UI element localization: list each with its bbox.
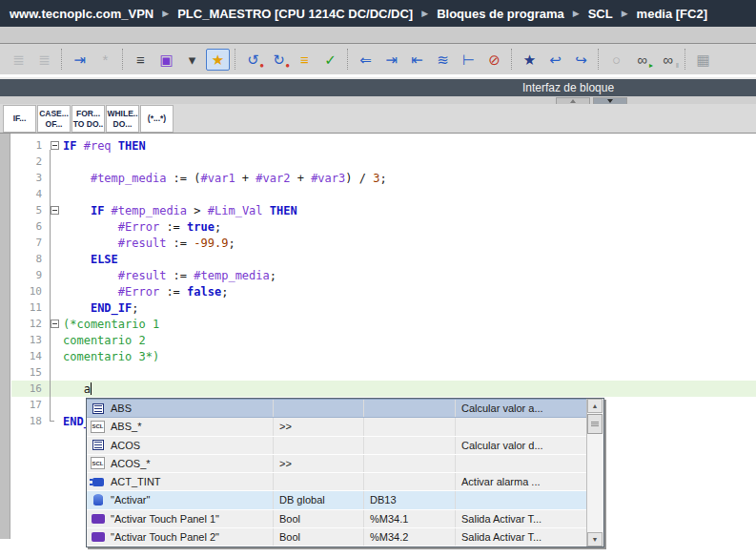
editor-margin: [0, 134, 10, 539]
autocomplete-row[interactable]: ABSCalcular valor a...: [87, 399, 586, 418]
scl-icon: SCL: [91, 421, 105, 433]
ac-entry-name: ACOS_*: [111, 458, 151, 469]
previous-bookmark-icon[interactable]: ↩: [543, 49, 567, 71]
code-line[interactable]: 16 a: [11, 381, 756, 397]
output-tag-icon: [91, 512, 105, 525]
show-marks-icon[interactable]: ⊢: [457, 49, 480, 71]
code-line[interactable]: 14comentario 3*): [11, 348, 756, 364]
network-list-icon[interactable]: ≡: [129, 49, 153, 71]
format-code-icon[interactable]: ≋: [431, 49, 455, 71]
code-line[interactable]: 4: [11, 186, 756, 202]
ac-entry-address: [364, 455, 456, 472]
favorites-icon[interactable]: ★: [206, 49, 230, 71]
line-number: 17: [11, 399, 46, 411]
indent-icon[interactable]: ⇥: [379, 49, 403, 71]
line-number: 1: [11, 139, 46, 152]
code-line[interactable]: 3 #temp_media := (#var1 + #var2 + #var3)…: [11, 170, 756, 186]
toolbar-separator: [511, 49, 513, 70]
tia-portal-scl-editor-window: www.tecnoplc.com_VPN▶PLC_MAESTRO [CPU 12…: [0, 0, 756, 557]
breadcrumb-item[interactable]: SCL: [588, 7, 613, 21]
code-line[interactable]: 2: [11, 154, 756, 170]
fold-toggle-icon[interactable]: [51, 206, 59, 215]
consistency-check-icon[interactable]: ✓: [318, 49, 342, 71]
download-to-device-icon[interactable]: ⇥: [68, 49, 92, 71]
toolbar-separator: [235, 49, 236, 70]
ac-entry-name: "Activar Touch Panel 1": [111, 513, 219, 525]
breadcrumb-item[interactable]: Bloques de programa: [437, 7, 564, 21]
ac-entry-address: %M34.1: [364, 510, 456, 527]
sort-blocks-icon[interactable]: ≡: [293, 49, 317, 71]
snippet-tabs: IF...CASE... OF...FOR... TO DO..WHILE.. …: [0, 104, 756, 134]
line-number: 15: [11, 366, 46, 379]
autocomplete-row[interactable]: "Activar Touch Panel 2"Bool%M34.2Salida …: [87, 528, 586, 547]
snapshot-icon: *: [93, 49, 117, 71]
insert-comment-icon[interactable]: ▾: [180, 49, 204, 71]
code-line[interactable]: 1IF #req THEN: [11, 137, 756, 154]
monitoring-on-icon[interactable]: ∞▸: [630, 49, 654, 71]
code-line[interactable]: 12(*comentario 1: [11, 316, 756, 332]
autocomplete-row[interactable]: SCLABS_*>>: [87, 418, 586, 436]
autocomplete-row[interactable]: "Activar"DB globalDB13: [87, 491, 586, 509]
line-number: 4: [11, 188, 46, 200]
code-line[interactable]: 15: [11, 364, 756, 381]
autocomplete-scrollbar[interactable]: ▲ ▼: [586, 399, 603, 547]
breadcrumb-item[interactable]: www.tecnoplc.com_VPN: [10, 7, 153, 21]
tab-for-to-do[interactable]: FOR... TO DO..: [72, 105, 105, 133]
code-line[interactable]: 11 END_IF;: [11, 299, 756, 316]
compile-icon: ≣: [7, 49, 31, 71]
tab-case-of[interactable]: CASE... OF...: [37, 105, 71, 133]
tab-while-do[interactable]: WHILE.. DO...: [106, 105, 139, 133]
scrollbar-thumb[interactable]: [587, 414, 603, 434]
breadcrumb-item[interactable]: media [FC2]: [637, 7, 707, 21]
autocomplete-row[interactable]: SCLACOS_*>>: [87, 455, 586, 473]
ac-entry-comment: [456, 455, 586, 472]
ac-entry-type: [274, 400, 364, 417]
ac-entry-address: [364, 418, 456, 435]
autocomplete-row[interactable]: ACT_TINTActivar alarma ...: [87, 473, 586, 491]
breadcrumb-item[interactable]: PLC_MAESTRO [CPU 1214C DC/DC/DC]: [177, 7, 413, 21]
code-line[interactable]: 9 #result := #temp_media;: [11, 267, 756, 283]
tab-if[interactable]: IF...: [3, 105, 36, 133]
breadcrumb: www.tecnoplc.com_VPN▶PLC_MAESTRO [CPU 12…: [0, 0, 756, 27]
fold-toggle-icon[interactable]: [51, 141, 59, 150]
data-block-icon: [91, 494, 105, 506]
scroll-down-button[interactable]: ▼: [587, 532, 603, 547]
next-bookmark-icon[interactable]: ↪: [569, 49, 593, 71]
outdent-icon[interactable]: ⇤: [405, 49, 429, 71]
line-number: 3: [11, 172, 46, 184]
scl-code-editor[interactable]: 1IF #req THEN23 #temp_media := (#var1 + …: [0, 134, 756, 557]
monitoring-off-icon[interactable]: ∞‖: [656, 49, 680, 71]
scroll-up-button[interactable]: ▲: [587, 399, 603, 413]
hide-marks-icon[interactable]: ⊘: [482, 49, 506, 71]
autocomplete-row[interactable]: ACOSCalcular valor d...: [87, 437, 586, 455]
tab-comment[interactable]: (*...*): [140, 105, 174, 133]
fold-guide-line: [50, 150, 51, 421]
block-interface-title: Interfaz de bloque: [522, 81, 614, 94]
code-line[interactable]: 6 #Error := true;: [11, 218, 756, 235]
fold-toggle-icon[interactable]: [51, 320, 59, 328]
ac-entry-comment: Activar alarma ...: [456, 473, 586, 490]
breadcrumb-arrow-icon: ▶: [162, 9, 169, 18]
line-number: 5: [11, 204, 46, 217]
undo-icon[interactable]: ↺●: [241, 49, 265, 71]
code-lines: 1IF #req THEN23 #temp_media := (#var1 + …: [11, 137, 756, 429]
code-line[interactable]: 8 ELSE: [11, 251, 756, 267]
system-function-icon: [91, 476, 105, 488]
redo-icon[interactable]: ↻●: [267, 49, 291, 71]
code-line[interactable]: 5 IF #temp_media > #Lim_Val THEN: [11, 202, 756, 218]
autocomplete-row[interactable]: "Activar Touch Panel 1"Bool%M34.1Salida …: [87, 510, 586, 528]
toolbar: ≣≣⇥*≡▣▾★↺●↻●≡✓⇐⇥⇤≋⊢⊘★↩↪○∞▸∞‖▦: [0, 44, 756, 74]
instruction-icon: [91, 439, 105, 451]
chevron-down-icon: [607, 99, 613, 103]
code-line[interactable]: 13comentario 2: [11, 332, 756, 348]
line-number: 14: [11, 350, 46, 362]
goto-network-icon[interactable]: ▣: [154, 49, 178, 71]
collapse-indent-icon[interactable]: ⇐: [354, 49, 378, 71]
line-number: 18: [11, 415, 46, 427]
code-line[interactable]: 10 #Error := false;: [11, 283, 756, 299]
block-interface-bar[interactable]: Interfaz de bloque: [0, 77, 756, 96]
code-line[interactable]: 7 #result := -99.9;: [11, 235, 756, 251]
line-number: 9: [11, 269, 46, 281]
set-bookmark-icon[interactable]: ★: [518, 49, 541, 71]
ac-entry-address: [364, 400, 456, 417]
